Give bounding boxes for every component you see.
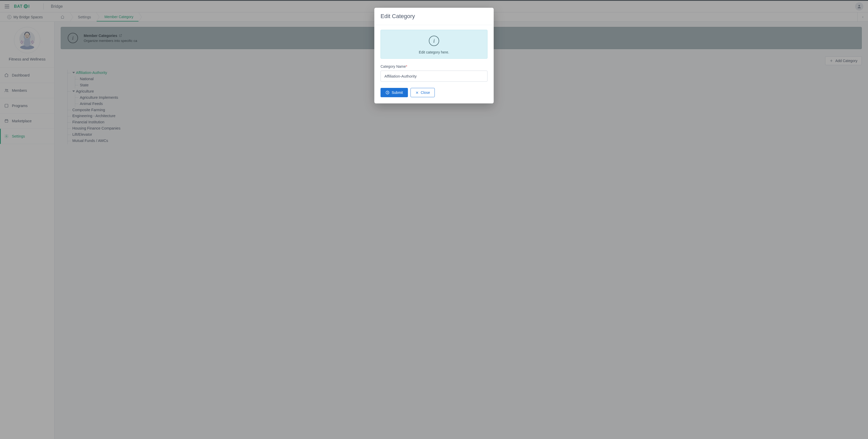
svg-point-13 — [386, 91, 389, 94]
category-name-label: Category Name* — [380, 64, 488, 68]
modal-info-box: i Edit category here. — [380, 30, 488, 59]
info-icon: i — [429, 36, 439, 46]
modal-title: Edit Category — [374, 8, 494, 25]
arrow-right-circle-icon — [385, 90, 390, 95]
modal-info-message: Edit category here. — [419, 50, 449, 54]
close-button[interactable]: Close — [410, 88, 435, 97]
submit-button[interactable]: Submit — [380, 88, 408, 97]
close-icon — [415, 91, 419, 94]
edit-category-modal: Edit Category i Edit category here. Cate… — [374, 8, 494, 104]
category-name-input[interactable] — [380, 70, 488, 82]
